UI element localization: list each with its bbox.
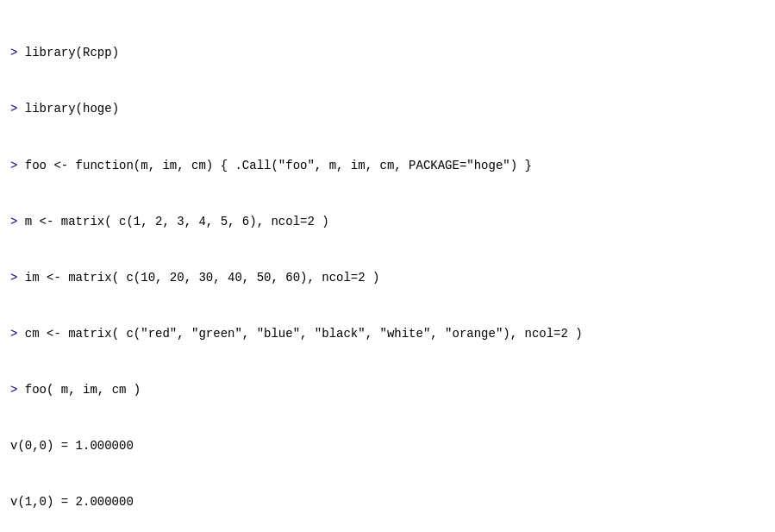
prompt-3: >	[10, 159, 25, 172]
code-6: cm <- matrix( c("red", "green", "blue", …	[25, 327, 583, 341]
output-1: v(0,0) = 1.000000	[10, 437, 765, 456]
prompt-1: >	[10, 46, 25, 59]
prompt-2: >	[10, 102, 25, 116]
code-3: foo <- function(m, im, cm) { .Call("foo"…	[25, 159, 532, 172]
r-console[interactable]: > library(Rcpp) > library(hoge) > foo <-…	[0, 0, 775, 532]
code-2: library(hoge)	[25, 102, 119, 116]
line-5: > im <- matrix( c(10, 20, 30, 40, 50, 60…	[10, 269, 765, 288]
prompt-6: >	[10, 327, 25, 341]
prompt-4: >	[10, 215, 25, 228]
line-1: > library(Rcpp)	[10, 44, 765, 63]
code-4: m <- matrix( c(1, 2, 3, 4, 5, 6), ncol=2…	[25, 215, 329, 228]
output-2: v(1,0) = 2.000000	[10, 493, 765, 512]
line-4: > m <- matrix( c(1, 2, 3, 4, 5, 6), ncol…	[10, 213, 765, 232]
code-5: im <- matrix( c(10, 20, 30, 40, 50, 60),…	[25, 271, 380, 285]
code-1: library(Rcpp)	[25, 46, 119, 59]
prompt-7: >	[10, 383, 25, 397]
code-7: foo( m, im, cm )	[25, 383, 141, 397]
line-3: > foo <- function(m, im, cm) { .Call("fo…	[10, 157, 765, 176]
prompt-5: >	[10, 271, 25, 285]
line-6: > cm <- matrix( c("red", "green", "blue"…	[10, 325, 765, 344]
line-7: > foo( m, im, cm )	[10, 381, 765, 400]
line-2: > library(hoge)	[10, 100, 765, 119]
